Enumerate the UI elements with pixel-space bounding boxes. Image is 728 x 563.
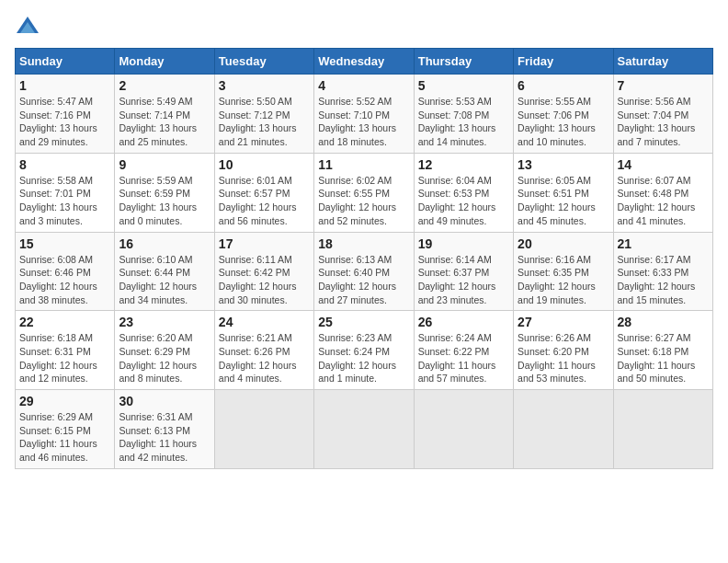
calendar-day-cell: 4Sunrise: 5:52 AMSunset: 7:10 PMDaylight… xyxy=(314,75,414,154)
calendar-day-cell: 1Sunrise: 5:47 AMSunset: 7:16 PMDaylight… xyxy=(16,75,115,154)
calendar-day-cell: 14Sunrise: 6:07 AMSunset: 6:48 PMDayligh… xyxy=(613,153,712,232)
day-info: Sunrise: 6:05 AMSunset: 6:51 PMDaylight:… xyxy=(518,174,609,228)
calendar-day-cell: 13Sunrise: 6:05 AMSunset: 6:51 PMDayligh… xyxy=(514,153,613,232)
day-info: Sunrise: 6:17 AMSunset: 6:33 PMDaylight:… xyxy=(618,253,709,307)
calendar-day-cell: 27Sunrise: 6:26 AMSunset: 6:20 PMDayligh… xyxy=(514,311,613,390)
day-number: 5 xyxy=(418,78,509,93)
calendar-day-cell: 7Sunrise: 5:56 AMSunset: 7:04 PMDaylight… xyxy=(613,75,712,154)
calendar-week-row: 15Sunrise: 6:08 AMSunset: 6:46 PMDayligh… xyxy=(16,232,713,311)
day-number: 8 xyxy=(19,157,110,172)
day-of-week-header: Tuesday xyxy=(214,49,313,75)
calendar-day-cell: 20Sunrise: 6:16 AMSunset: 6:35 PMDayligh… xyxy=(514,232,613,311)
calendar-day-cell: 24Sunrise: 6:21 AMSunset: 6:26 PMDayligh… xyxy=(214,311,313,390)
calendar-day-cell: 18Sunrise: 6:13 AMSunset: 6:40 PMDayligh… xyxy=(314,232,414,311)
logo xyxy=(15,15,44,40)
day-info: Sunrise: 6:24 AMSunset: 6:22 PMDaylight:… xyxy=(418,331,509,385)
day-number: 6 xyxy=(518,78,609,93)
day-info: Sunrise: 6:31 AMSunset: 6:13 PMDaylight:… xyxy=(119,410,210,465)
day-info: Sunrise: 5:56 AMSunset: 7:04 PMDaylight:… xyxy=(618,95,709,149)
day-info: Sunrise: 5:59 AMSunset: 6:59 PMDaylight:… xyxy=(119,174,210,228)
day-number: 12 xyxy=(418,157,509,172)
day-number: 16 xyxy=(119,236,210,251)
day-number: 4 xyxy=(318,78,409,93)
calendar-day-cell: 8Sunrise: 5:58 AMSunset: 7:01 PMDaylight… xyxy=(16,153,115,232)
day-number: 7 xyxy=(618,78,709,93)
day-of-week-header: Friday xyxy=(514,49,613,75)
day-of-week-header: Thursday xyxy=(414,49,513,75)
calendar-day-cell: 3Sunrise: 5:50 AMSunset: 7:12 PMDaylight… xyxy=(214,75,313,154)
calendar-day-cell xyxy=(314,390,414,469)
day-info: Sunrise: 6:11 AMSunset: 6:42 PMDaylight:… xyxy=(219,253,310,307)
day-number: 20 xyxy=(518,236,609,251)
calendar-day-cell: 10Sunrise: 6:01 AMSunset: 6:57 PMDayligh… xyxy=(214,153,313,232)
calendar-day-cell xyxy=(613,390,712,469)
day-info: Sunrise: 6:18 AMSunset: 6:31 PMDaylight:… xyxy=(19,331,110,385)
calendar-week-row: 1Sunrise: 5:47 AMSunset: 7:16 PMDaylight… xyxy=(16,75,713,154)
calendar-day-cell: 19Sunrise: 6:14 AMSunset: 6:37 PMDayligh… xyxy=(414,232,513,311)
calendar-body: 1Sunrise: 5:47 AMSunset: 7:16 PMDaylight… xyxy=(16,75,713,469)
day-number: 22 xyxy=(19,315,110,329)
calendar-day-cell: 12Sunrise: 6:04 AMSunset: 6:53 PMDayligh… xyxy=(414,153,513,232)
day-number: 14 xyxy=(618,157,709,172)
day-number: 17 xyxy=(219,236,310,251)
day-info: Sunrise: 6:29 AMSunset: 6:15 PMDaylight:… xyxy=(19,410,110,465)
day-number: 19 xyxy=(418,236,509,251)
calendar-day-cell xyxy=(414,390,513,469)
day-number: 11 xyxy=(318,157,409,172)
day-number: 2 xyxy=(119,78,210,93)
calendar-day-cell: 30Sunrise: 6:31 AMSunset: 6:13 PMDayligh… xyxy=(115,390,214,469)
calendar-day-cell: 23Sunrise: 6:20 AMSunset: 6:29 PMDayligh… xyxy=(115,311,214,390)
day-info: Sunrise: 6:08 AMSunset: 6:46 PMDaylight:… xyxy=(19,253,110,307)
day-info: Sunrise: 6:02 AMSunset: 6:55 PMDaylight:… xyxy=(318,174,409,228)
calendar-day-cell: 21Sunrise: 6:17 AMSunset: 6:33 PMDayligh… xyxy=(613,232,712,311)
calendar-day-cell: 29Sunrise: 6:29 AMSunset: 6:15 PMDayligh… xyxy=(16,390,115,469)
day-of-week-header: Sunday xyxy=(16,49,115,75)
day-info: Sunrise: 6:04 AMSunset: 6:53 PMDaylight:… xyxy=(418,174,509,228)
day-info: Sunrise: 6:07 AMSunset: 6:48 PMDaylight:… xyxy=(618,174,709,228)
calendar-day-cell: 16Sunrise: 6:10 AMSunset: 6:44 PMDayligh… xyxy=(115,232,214,311)
calendar-header: SundayMondayTuesdayWednesdayThursdayFrid… xyxy=(16,49,713,75)
day-of-week-header: Saturday xyxy=(613,49,712,75)
calendar-day-cell xyxy=(214,390,313,469)
day-number: 15 xyxy=(19,236,110,251)
day-info: Sunrise: 6:26 AMSunset: 6:20 PMDaylight:… xyxy=(518,331,609,385)
calendar-week-row: 22Sunrise: 6:18 AMSunset: 6:31 PMDayligh… xyxy=(16,311,713,390)
calendar-day-cell: 25Sunrise: 6:23 AMSunset: 6:24 PMDayligh… xyxy=(314,311,414,390)
day-of-week-header: Monday xyxy=(115,49,214,75)
day-info: Sunrise: 5:55 AMSunset: 7:06 PMDaylight:… xyxy=(518,95,609,149)
day-info: Sunrise: 6:10 AMSunset: 6:44 PMDaylight:… xyxy=(119,253,210,307)
day-info: Sunrise: 5:50 AMSunset: 7:12 PMDaylight:… xyxy=(219,95,310,149)
day-number: 30 xyxy=(119,394,210,408)
day-info: Sunrise: 6:16 AMSunset: 6:35 PMDaylight:… xyxy=(518,253,609,307)
day-info: Sunrise: 5:52 AMSunset: 7:10 PMDaylight:… xyxy=(318,95,409,149)
day-info: Sunrise: 5:58 AMSunset: 7:01 PMDaylight:… xyxy=(19,174,110,228)
day-info: Sunrise: 6:27 AMSunset: 6:18 PMDaylight:… xyxy=(618,331,709,385)
day-of-week-header: Wednesday xyxy=(314,49,414,75)
calendar-day-cell: 9Sunrise: 5:59 AMSunset: 6:59 PMDaylight… xyxy=(115,153,214,232)
day-info: Sunrise: 6:20 AMSunset: 6:29 PMDaylight:… xyxy=(119,331,210,385)
calendar-day-cell xyxy=(514,390,613,469)
day-number: 27 xyxy=(518,315,609,329)
day-number: 10 xyxy=(219,157,310,172)
calendar-day-cell: 6Sunrise: 5:55 AMSunset: 7:06 PMDaylight… xyxy=(514,75,613,154)
calendar-day-cell: 11Sunrise: 6:02 AMSunset: 6:55 PMDayligh… xyxy=(314,153,414,232)
calendar-day-cell: 2Sunrise: 5:49 AMSunset: 7:14 PMDaylight… xyxy=(115,75,214,154)
day-number: 26 xyxy=(418,315,509,329)
calendar-week-row: 29Sunrise: 6:29 AMSunset: 6:15 PMDayligh… xyxy=(16,390,713,469)
day-info: Sunrise: 6:01 AMSunset: 6:57 PMDaylight:… xyxy=(219,174,310,228)
calendar-day-cell: 15Sunrise: 6:08 AMSunset: 6:46 PMDayligh… xyxy=(16,232,115,311)
day-info: Sunrise: 6:21 AMSunset: 6:26 PMDaylight:… xyxy=(219,331,310,385)
day-number: 29 xyxy=(19,394,110,408)
day-number: 28 xyxy=(618,315,709,329)
day-number: 13 xyxy=(518,157,609,172)
calendar-day-cell: 5Sunrise: 5:53 AMSunset: 7:08 PMDaylight… xyxy=(414,75,513,154)
day-info: Sunrise: 5:47 AMSunset: 7:16 PMDaylight:… xyxy=(19,95,110,149)
day-number: 21 xyxy=(618,236,709,251)
day-number: 18 xyxy=(318,236,409,251)
day-info: Sunrise: 6:23 AMSunset: 6:24 PMDaylight:… xyxy=(318,331,409,385)
day-number: 24 xyxy=(219,315,310,329)
calendar-day-cell: 26Sunrise: 6:24 AMSunset: 6:22 PMDayligh… xyxy=(414,311,513,390)
day-info: Sunrise: 5:53 AMSunset: 7:08 PMDaylight:… xyxy=(418,95,509,149)
logo-icon xyxy=(15,15,40,40)
calendar-week-row: 8Sunrise: 5:58 AMSunset: 7:01 PMDaylight… xyxy=(16,153,713,232)
